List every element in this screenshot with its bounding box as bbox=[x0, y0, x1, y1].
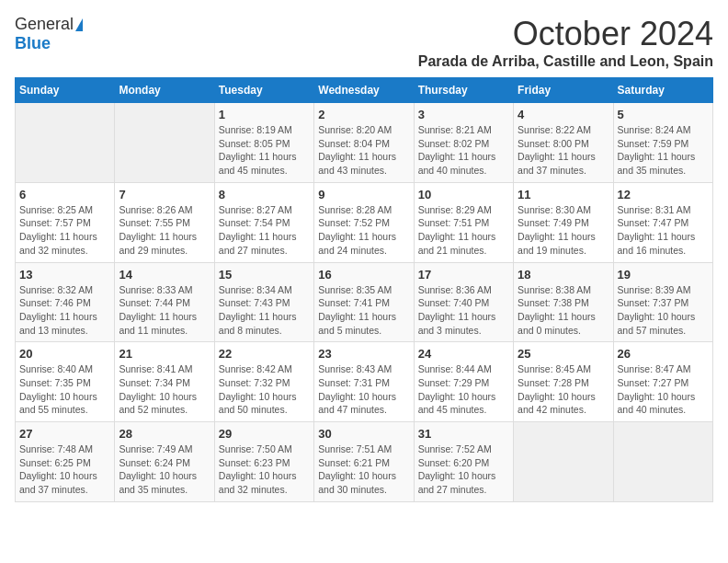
day-headers: SundayMondayTuesdayWednesdayThursdayFrid… bbox=[16, 78, 713, 103]
day-detail: Sunrise: 8:19 AM Sunset: 8:05 PM Dayligh… bbox=[219, 123, 310, 178]
day-number: 13 bbox=[19, 268, 110, 282]
day-detail: Sunrise: 8:43 AM Sunset: 7:31 PM Dayligh… bbox=[318, 362, 409, 417]
calendar-cell: 11Sunrise: 8:30 AM Sunset: 7:49 PM Dayli… bbox=[514, 182, 613, 262]
day-detail: Sunrise: 8:20 AM Sunset: 8:04 PM Dayligh… bbox=[318, 123, 409, 178]
day-number: 9 bbox=[318, 188, 409, 201]
calendar-cell: 12Sunrise: 8:31 AM Sunset: 7:47 PM Dayli… bbox=[613, 182, 712, 262]
day-detail: Sunrise: 8:41 AM Sunset: 7:34 PM Dayligh… bbox=[119, 362, 210, 417]
calendar-cell: 28Sunrise: 7:49 AM Sunset: 6:24 PM Dayli… bbox=[115, 422, 214, 502]
day-number: 10 bbox=[418, 188, 509, 201]
calendar-cell: 10Sunrise: 8:29 AM Sunset: 7:51 PM Dayli… bbox=[414, 182, 513, 262]
day-detail: Sunrise: 8:38 AM Sunset: 7:38 PM Dayligh… bbox=[518, 283, 609, 338]
day-detail: Sunrise: 8:34 AM Sunset: 7:43 PM Dayligh… bbox=[219, 283, 310, 338]
day-header-sunday: Sunday bbox=[16, 78, 115, 103]
day-number: 1 bbox=[219, 108, 310, 121]
calendar-cell bbox=[115, 103, 214, 183]
day-detail: Sunrise: 8:47 AM Sunset: 7:27 PM Dayligh… bbox=[618, 362, 709, 417]
day-number: 14 bbox=[119, 268, 210, 282]
day-detail: Sunrise: 8:33 AM Sunset: 7:44 PM Dayligh… bbox=[119, 283, 210, 338]
day-detail: Sunrise: 8:25 AM Sunset: 7:57 PM Dayligh… bbox=[19, 203, 110, 258]
day-number: 6 bbox=[19, 188, 110, 201]
day-number: 2 bbox=[318, 108, 409, 121]
day-detail: Sunrise: 8:39 AM Sunset: 7:37 PM Dayligh… bbox=[618, 283, 709, 338]
day-detail: Sunrise: 8:36 AM Sunset: 7:40 PM Dayligh… bbox=[418, 283, 509, 338]
day-detail: Sunrise: 7:51 AM Sunset: 6:21 PM Dayligh… bbox=[318, 442, 409, 497]
calendar-cell: 23Sunrise: 8:43 AM Sunset: 7:31 PM Dayli… bbox=[314, 342, 414, 422]
week-row-1: 1Sunrise: 8:19 AM Sunset: 8:05 PM Daylig… bbox=[16, 103, 713, 183]
day-detail: Sunrise: 8:22 AM Sunset: 8:00 PM Dayligh… bbox=[518, 123, 609, 178]
calendar-cell: 6Sunrise: 8:25 AM Sunset: 7:57 PM Daylig… bbox=[16, 182, 115, 262]
day-detail: Sunrise: 8:35 AM Sunset: 7:41 PM Dayligh… bbox=[318, 283, 409, 338]
calendar-cell: 2Sunrise: 8:20 AM Sunset: 8:04 PM Daylig… bbox=[314, 103, 414, 183]
day-detail: Sunrise: 7:50 AM Sunset: 6:23 PM Dayligh… bbox=[219, 442, 310, 497]
day-number: 15 bbox=[219, 268, 310, 282]
day-number: 8 bbox=[219, 188, 310, 201]
calendar-cell: 29Sunrise: 7:50 AM Sunset: 6:23 PM Dayli… bbox=[214, 422, 313, 502]
day-number: 21 bbox=[119, 347, 210, 361]
calendar-cell: 15Sunrise: 8:34 AM Sunset: 7:43 PM Dayli… bbox=[214, 262, 313, 342]
day-detail: Sunrise: 8:27 AM Sunset: 7:54 PM Dayligh… bbox=[219, 203, 310, 258]
calendar-cell: 24Sunrise: 8:44 AM Sunset: 7:29 PM Dayli… bbox=[414, 342, 513, 422]
day-number: 23 bbox=[318, 347, 409, 361]
day-number: 26 bbox=[618, 347, 709, 361]
day-detail: Sunrise: 8:42 AM Sunset: 7:32 PM Dayligh… bbox=[219, 362, 310, 417]
calendar-cell: 8Sunrise: 8:27 AM Sunset: 7:54 PM Daylig… bbox=[214, 182, 313, 262]
day-number: 22 bbox=[219, 347, 310, 361]
header: General Blue October 2024 Parada de Arri… bbox=[15, 15, 713, 70]
logo-general: General bbox=[15, 15, 74, 34]
calendar-cell: 3Sunrise: 8:21 AM Sunset: 8:02 PM Daylig… bbox=[414, 103, 513, 183]
logo: General Blue bbox=[15, 15, 83, 53]
day-detail: Sunrise: 8:21 AM Sunset: 8:02 PM Dayligh… bbox=[418, 123, 509, 178]
calendar-cell: 5Sunrise: 8:24 AM Sunset: 7:59 PM Daylig… bbox=[613, 103, 712, 183]
week-row-4: 20Sunrise: 8:40 AM Sunset: 7:35 PM Dayli… bbox=[16, 342, 713, 422]
calendar-table: SundayMondayTuesdayWednesdayThursdayFrid… bbox=[15, 77, 713, 502]
day-header-friday: Friday bbox=[514, 78, 613, 103]
day-detail: Sunrise: 8:26 AM Sunset: 7:55 PM Dayligh… bbox=[119, 203, 210, 258]
calendar-cell: 16Sunrise: 8:35 AM Sunset: 7:41 PM Dayli… bbox=[314, 262, 414, 342]
week-row-2: 6Sunrise: 8:25 AM Sunset: 7:57 PM Daylig… bbox=[16, 182, 713, 262]
day-number: 30 bbox=[318, 427, 409, 441]
day-number: 28 bbox=[119, 427, 210, 441]
day-number: 25 bbox=[518, 347, 609, 361]
calendar-cell: 14Sunrise: 8:33 AM Sunset: 7:44 PM Dayli… bbox=[115, 262, 214, 342]
day-number: 16 bbox=[318, 268, 409, 282]
calendar-cell: 1Sunrise: 8:19 AM Sunset: 8:05 PM Daylig… bbox=[214, 103, 313, 183]
day-detail: Sunrise: 7:49 AM Sunset: 6:24 PM Dayligh… bbox=[119, 442, 210, 497]
calendar-cell: 26Sunrise: 8:47 AM Sunset: 7:27 PM Dayli… bbox=[613, 342, 712, 422]
calendar-cell bbox=[514, 422, 613, 502]
calendar-cell: 7Sunrise: 8:26 AM Sunset: 7:55 PM Daylig… bbox=[115, 182, 214, 262]
calendar-cell: 18Sunrise: 8:38 AM Sunset: 7:38 PM Dayli… bbox=[514, 262, 613, 342]
calendar-cell: 13Sunrise: 8:32 AM Sunset: 7:46 PM Dayli… bbox=[16, 262, 115, 342]
day-detail: Sunrise: 8:45 AM Sunset: 7:28 PM Dayligh… bbox=[518, 362, 609, 417]
day-number: 27 bbox=[19, 427, 110, 441]
day-detail: Sunrise: 8:29 AM Sunset: 7:51 PM Dayligh… bbox=[418, 203, 509, 258]
day-detail: Sunrise: 8:32 AM Sunset: 7:46 PM Dayligh… bbox=[19, 283, 110, 338]
day-number: 19 bbox=[618, 268, 709, 282]
week-row-3: 13Sunrise: 8:32 AM Sunset: 7:46 PM Dayli… bbox=[16, 262, 713, 342]
calendar-cell: 21Sunrise: 8:41 AM Sunset: 7:34 PM Dayli… bbox=[115, 342, 214, 422]
day-header-wednesday: Wednesday bbox=[314, 78, 414, 103]
calendar-cell: 22Sunrise: 8:42 AM Sunset: 7:32 PM Dayli… bbox=[214, 342, 313, 422]
day-number: 17 bbox=[418, 268, 509, 282]
day-detail: Sunrise: 8:30 AM Sunset: 7:49 PM Dayligh… bbox=[518, 203, 609, 258]
day-number: 29 bbox=[219, 427, 310, 441]
day-header-monday: Monday bbox=[115, 78, 214, 103]
day-number: 7 bbox=[119, 188, 210, 201]
calendar-cell: 27Sunrise: 7:48 AM Sunset: 6:25 PM Dayli… bbox=[16, 422, 115, 502]
day-number: 4 bbox=[518, 108, 609, 121]
day-number: 5 bbox=[618, 108, 709, 121]
day-header-thursday: Thursday bbox=[414, 78, 513, 103]
calendar-cell: 20Sunrise: 8:40 AM Sunset: 7:35 PM Dayli… bbox=[16, 342, 115, 422]
month-title: October 2024 bbox=[418, 15, 713, 53]
calendar-cell: 9Sunrise: 8:28 AM Sunset: 7:52 PM Daylig… bbox=[314, 182, 414, 262]
location-title: Parada de Arriba, Castille and Leon, Spa… bbox=[418, 53, 713, 70]
day-number: 24 bbox=[418, 347, 509, 361]
day-detail: Sunrise: 8:24 AM Sunset: 7:59 PM Dayligh… bbox=[618, 123, 709, 178]
logo-icon bbox=[75, 18, 83, 31]
day-detail: Sunrise: 7:48 AM Sunset: 6:25 PM Dayligh… bbox=[19, 442, 110, 497]
day-number: 31 bbox=[418, 427, 509, 441]
day-number: 18 bbox=[518, 268, 609, 282]
day-detail: Sunrise: 8:31 AM Sunset: 7:47 PM Dayligh… bbox=[618, 203, 709, 258]
calendar-cell bbox=[613, 422, 712, 502]
calendar-cell bbox=[16, 103, 115, 183]
